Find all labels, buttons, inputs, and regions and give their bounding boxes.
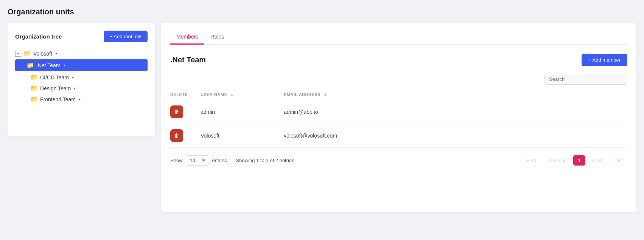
tree-child-cicd[interactable]: 📁 CI/CD Team ▾ — [30, 72, 148, 83]
show-label: Show — [170, 158, 183, 163]
org-tree-title: Organization tree — [15, 33, 62, 40]
tab-roles[interactable]: Roles — [204, 31, 230, 45]
tree-root-label: Volosoft — [33, 51, 52, 57]
delete-cell-1: 🗑 — [170, 124, 201, 148]
tree-root-caret: ▾ — [55, 51, 57, 56]
entries-label: entries — [212, 158, 227, 163]
tree-collapse-icon[interactable]: − — [15, 51, 21, 57]
search-row — [170, 74, 627, 85]
showing-info: Showing 1 to 2 of 2 entries — [236, 158, 294, 163]
members-table: DELETE USER NAME ▲ EMAIL ADDRESS ⬍ 🗑 a — [170, 89, 627, 148]
folder-icon-selected: 📁 — [26, 62, 34, 69]
page-1-button[interactable]: 1 — [573, 155, 585, 166]
pagination-nav: First Previous 1 Next Last — [522, 155, 627, 166]
add-root-unit-button[interactable]: + Add root unit — [104, 31, 148, 42]
sort-email-icon: ⬍ — [324, 93, 327, 97]
username-cell-0: admin — [201, 100, 284, 124]
tree-child-design[interactable]: 📁 Design Team ▾ — [30, 83, 148, 94]
col-header-username[interactable]: USER NAME ▲ — [201, 89, 284, 100]
tab-members[interactable]: Members — [170, 31, 204, 45]
delete-button-1[interactable]: 🗑 — [170, 129, 183, 142]
tree-selected-caret: ▾ — [64, 63, 65, 67]
org-tree-header: Organization tree + Add root unit — [15, 31, 148, 42]
tree-child-frontend[interactable]: 📁 Frontend Team ▾ — [30, 94, 148, 105]
table-row: 🗑 admin admin@abp.io — [170, 100, 627, 124]
folder-icon-root: 📁 — [23, 50, 31, 57]
last-page-button[interactable]: Last — [609, 155, 627, 166]
tree-child-design-caret: ▾ — [74, 86, 76, 90]
page-title: Organization units — [8, 8, 636, 16]
col-header-delete: DELETE — [170, 89, 201, 100]
folder-icon-cicd: 📁 — [30, 74, 38, 81]
tree-selected-row[interactable]: 📁 .Net Team ▾ — [15, 59, 148, 71]
username-cell-1: Volosoft — [201, 124, 284, 148]
table-header-row: DELETE USER NAME ▲ EMAIL ADDRESS ⬍ — [170, 89, 627, 100]
prev-page-button[interactable]: Previous — [543, 155, 571, 166]
folder-icon-frontend: 📁 — [30, 96, 38, 103]
tree-child-frontend-caret: ▾ — [79, 97, 81, 101]
members-header: .Net Team + Add member — [170, 54, 627, 66]
tabs: Members Roles — [170, 31, 627, 45]
first-page-button[interactable]: First — [522, 155, 541, 166]
tree-child-frontend-label: Frontend Team — [40, 96, 76, 102]
entries-select[interactable]: 10 25 50 100 — [186, 155, 209, 166]
tree-root-row[interactable]: − 📁 Volosoft ▾ — [15, 48, 148, 59]
email-cell-1: volosoft@volosoft.com — [284, 124, 627, 148]
main-layout: Organization tree + Add root unit − 📁 Vo… — [8, 23, 636, 212]
members-panel: Members Roles .Net Team + Add member DEL… — [161, 23, 636, 212]
add-member-button[interactable]: + Add member — [582, 54, 627, 66]
members-team-title: .Net Team — [170, 56, 206, 64]
email-cell-0: admin@abp.io — [284, 100, 627, 124]
tree-child-items: 📁 CI/CD Team ▾ 📁 Design Team ▾ 📁 Fronten… — [15, 72, 148, 105]
table-row: 🗑 Volosoft volosoft@volosoft.com — [170, 124, 627, 148]
search-input[interactable] — [544, 74, 627, 85]
next-page-button[interactable]: Next — [588, 155, 607, 166]
org-tree-panel: Organization tree + Add root unit − 📁 Vo… — [8, 23, 155, 136]
delete-button-0[interactable]: 🗑 — [170, 105, 183, 118]
sort-username-icon: ▲ — [230, 93, 234, 97]
tree-child-cicd-caret: ▾ — [72, 75, 74, 79]
tree-child-design-label: Design Team — [40, 85, 71, 91]
folder-icon-design: 📁 — [30, 85, 38, 92]
pagination-footer: Show 10 25 50 100 entries Showing 1 to 2… — [170, 155, 627, 166]
tree-selected-label: .Net Team — [36, 62, 61, 68]
delete-cell-0: 🗑 — [170, 100, 201, 124]
show-entries: Show 10 25 50 100 entries Showing 1 to 2… — [170, 155, 294, 166]
tree-child-cicd-label: CI/CD Team — [40, 74, 69, 81]
col-header-email[interactable]: EMAIL ADDRESS ⬍ — [284, 89, 627, 100]
